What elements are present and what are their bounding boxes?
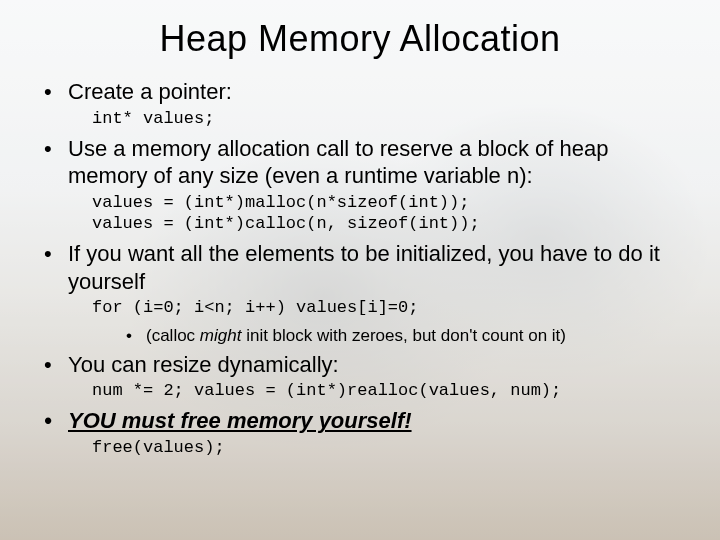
code-block: values = (int*)malloc(n*sizeof(int)); va… xyxy=(26,192,694,235)
bullet-text-emphasis: YOU must free memory yourself! xyxy=(26,407,694,435)
bullet-text: If you want all the elements to be initi… xyxy=(26,240,694,295)
slide-content: Heap Memory Allocation Create a pointer:… xyxy=(0,0,720,474)
slide-title: Heap Memory Allocation xyxy=(26,18,694,60)
list-item: Create a pointer: int* values; xyxy=(26,78,694,129)
bullet-text: You can resize dynamically: xyxy=(26,351,694,379)
list-item: YOU must free memory yourself! free(valu… xyxy=(26,407,694,458)
sub-text-em: might xyxy=(200,326,242,345)
code-block: for (i=0; i<n; i++) values[i]=0; xyxy=(26,297,694,318)
code-block: free(values); xyxy=(26,437,694,458)
sub-bullet: (calloc might init block with zeroes, bu… xyxy=(26,325,694,347)
sub-text-pre: (calloc xyxy=(146,326,200,345)
list-item: If you want all the elements to be initi… xyxy=(26,240,694,346)
bullet-text: Use a memory allocation call to reserve … xyxy=(26,135,694,190)
bullet-list: Create a pointer: int* values; Use a mem… xyxy=(26,78,694,458)
code-block: num *= 2; values = (int*)realloc(values,… xyxy=(26,380,694,401)
code-block: int* values; xyxy=(26,108,694,129)
sub-text-post: init block with zeroes, but don't count … xyxy=(241,326,566,345)
list-item: You can resize dynamically: num *= 2; va… xyxy=(26,351,694,402)
bullet-text: Create a pointer: xyxy=(26,78,694,106)
list-item: Use a memory allocation call to reserve … xyxy=(26,135,694,235)
